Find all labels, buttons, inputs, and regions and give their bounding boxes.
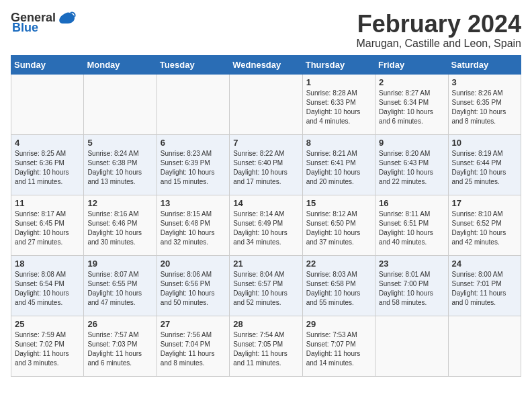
day-info: Sunrise: 8:28 AM Sunset: 6:33 PM Dayligh… xyxy=(306,89,371,126)
calendar-cell: 25Sunrise: 7:59 AM Sunset: 7:02 PM Dayli… xyxy=(11,316,84,376)
logo-bird-icon xyxy=(57,11,76,25)
day-number: 11 xyxy=(15,198,80,208)
day-number: 19 xyxy=(87,259,152,269)
calendar-header-row: SundayMondayTuesdayWednesdayThursdayFrid… xyxy=(11,55,521,74)
calendar-cell: 6Sunrise: 8:23 AM Sunset: 6:39 PM Daylig… xyxy=(157,134,229,195)
calendar-cell: 8Sunrise: 8:21 AM Sunset: 6:41 PM Daylig… xyxy=(302,134,375,195)
calendar-week-row: 25Sunrise: 7:59 AM Sunset: 7:02 PM Dayli… xyxy=(11,316,521,376)
day-info: Sunrise: 8:19 AM Sunset: 6:44 PM Dayligh… xyxy=(452,149,517,187)
day-info: Sunrise: 8:07 AM Sunset: 6:55 PM Dayligh… xyxy=(87,270,152,308)
day-number: 14 xyxy=(233,198,298,208)
column-header-saturday: Saturday xyxy=(448,55,521,74)
title-area: February 2024 Marugan, Castille and Leon… xyxy=(357,11,522,50)
calendar-cell: 1Sunrise: 8:28 AM Sunset: 6:33 PM Daylig… xyxy=(302,74,375,134)
day-number: 20 xyxy=(161,259,226,269)
calendar-cell: 16Sunrise: 8:11 AM Sunset: 6:51 PM Dayli… xyxy=(375,195,448,255)
day-number: 28 xyxy=(233,319,298,329)
day-info: Sunrise: 8:26 AM Sunset: 6:35 PM Dayligh… xyxy=(452,89,517,126)
day-info: Sunrise: 8:00 AM Sunset: 7:01 PM Dayligh… xyxy=(452,270,517,308)
calendar-cell: 22Sunrise: 8:03 AM Sunset: 6:58 PM Dayli… xyxy=(302,255,375,316)
day-number: 26 xyxy=(87,319,152,329)
day-info: Sunrise: 8:22 AM Sunset: 6:40 PM Dayligh… xyxy=(233,149,298,187)
day-number: 18 xyxy=(15,259,80,269)
day-number: 25 xyxy=(15,319,80,329)
month-title: February 2024 xyxy=(357,11,522,38)
calendar-cell xyxy=(157,74,229,134)
day-number: 29 xyxy=(306,319,371,329)
day-number: 7 xyxy=(233,138,298,148)
calendar-cell: 11Sunrise: 8:17 AM Sunset: 6:45 PM Dayli… xyxy=(11,195,84,255)
day-number: 2 xyxy=(379,77,444,87)
calendar-cell: 2Sunrise: 8:27 AM Sunset: 6:34 PM Daylig… xyxy=(375,74,448,134)
day-info: Sunrise: 8:11 AM Sunset: 6:51 PM Dayligh… xyxy=(379,210,444,247)
calendar-cell: 10Sunrise: 8:19 AM Sunset: 6:44 PM Dayli… xyxy=(448,134,521,195)
day-info: Sunrise: 8:10 AM Sunset: 6:52 PM Dayligh… xyxy=(452,210,517,247)
day-info: Sunrise: 8:17 AM Sunset: 6:45 PM Dayligh… xyxy=(15,210,80,247)
calendar-cell: 17Sunrise: 8:10 AM Sunset: 6:52 PM Dayli… xyxy=(448,195,521,255)
column-header-thursday: Thursday xyxy=(302,55,375,74)
column-header-sunday: Sunday xyxy=(11,55,84,74)
column-header-monday: Monday xyxy=(84,55,157,74)
day-number: 13 xyxy=(161,198,226,208)
day-info: Sunrise: 7:57 AM Sunset: 7:03 PM Dayligh… xyxy=(87,330,152,368)
calendar-cell: 29Sunrise: 7:53 AM Sunset: 7:07 PM Dayli… xyxy=(302,316,375,376)
calendar-cell: 14Sunrise: 8:14 AM Sunset: 6:49 PM Dayli… xyxy=(230,195,302,255)
day-info: Sunrise: 8:08 AM Sunset: 6:54 PM Dayligh… xyxy=(15,270,80,308)
day-info: Sunrise: 8:15 AM Sunset: 6:48 PM Dayligh… xyxy=(161,210,226,247)
day-number: 5 xyxy=(87,138,152,148)
day-info: Sunrise: 8:20 AM Sunset: 6:43 PM Dayligh… xyxy=(379,149,444,187)
day-number: 9 xyxy=(379,138,444,148)
calendar-week-row: 1Sunrise: 8:28 AM Sunset: 6:33 PM Daylig… xyxy=(11,74,521,134)
day-info: Sunrise: 8:01 AM Sunset: 7:00 PM Dayligh… xyxy=(379,270,444,308)
calendar-week-row: 4Sunrise: 8:25 AM Sunset: 6:36 PM Daylig… xyxy=(11,134,521,195)
day-info: Sunrise: 8:27 AM Sunset: 6:34 PM Dayligh… xyxy=(379,89,444,126)
calendar-cell: 12Sunrise: 8:16 AM Sunset: 6:46 PM Dayli… xyxy=(84,195,157,255)
location-title: Marugan, Castille and Leon, Spain xyxy=(357,38,522,50)
calendar-cell: 26Sunrise: 7:57 AM Sunset: 7:03 PM Dayli… xyxy=(84,316,157,376)
day-number: 6 xyxy=(161,138,226,148)
day-info: Sunrise: 8:24 AM Sunset: 6:38 PM Dayligh… xyxy=(87,149,152,187)
calendar-cell: 3Sunrise: 8:26 AM Sunset: 6:35 PM Daylig… xyxy=(448,74,521,134)
calendar-cell: 15Sunrise: 8:12 AM Sunset: 6:50 PM Dayli… xyxy=(302,195,375,255)
day-info: Sunrise: 8:25 AM Sunset: 6:36 PM Dayligh… xyxy=(15,149,80,187)
calendar-cell: 9Sunrise: 8:20 AM Sunset: 6:43 PM Daylig… xyxy=(375,134,448,195)
day-number: 1 xyxy=(306,77,371,87)
column-header-wednesday: Wednesday xyxy=(230,55,302,74)
calendar-week-row: 11Sunrise: 8:17 AM Sunset: 6:45 PM Dayli… xyxy=(11,195,521,255)
day-number: 23 xyxy=(379,259,444,269)
day-info: Sunrise: 7:56 AM Sunset: 7:04 PM Dayligh… xyxy=(161,330,226,368)
calendar-cell: 19Sunrise: 8:07 AM Sunset: 6:55 PM Dayli… xyxy=(84,255,157,316)
calendar-cell: 4Sunrise: 8:25 AM Sunset: 6:36 PM Daylig… xyxy=(11,134,84,195)
calendar-table: SundayMondayTuesdayWednesdayThursdayFrid… xyxy=(11,55,521,377)
day-number: 3 xyxy=(452,77,517,87)
day-number: 16 xyxy=(379,198,444,208)
day-info: Sunrise: 8:16 AM Sunset: 6:46 PM Dayligh… xyxy=(87,210,152,247)
day-info: Sunrise: 7:53 AM Sunset: 7:07 PM Dayligh… xyxy=(306,330,371,368)
day-info: Sunrise: 8:03 AM Sunset: 6:58 PM Dayligh… xyxy=(306,270,371,308)
day-number: 4 xyxy=(15,138,80,148)
calendar-cell: 21Sunrise: 8:04 AM Sunset: 6:57 PM Dayli… xyxy=(230,255,302,316)
logo: General Blue xyxy=(11,11,76,35)
day-number: 24 xyxy=(452,259,517,269)
logo-blue-text: Blue xyxy=(12,21,38,35)
day-number: 12 xyxy=(87,198,152,208)
calendar-cell xyxy=(375,316,448,376)
day-number: 22 xyxy=(306,259,371,269)
calendar-cell: 18Sunrise: 8:08 AM Sunset: 6:54 PM Dayli… xyxy=(11,255,84,316)
day-info: Sunrise: 7:54 AM Sunset: 7:05 PM Dayligh… xyxy=(233,330,298,368)
calendar-cell: 27Sunrise: 7:56 AM Sunset: 7:04 PM Dayli… xyxy=(157,316,229,376)
day-info: Sunrise: 8:12 AM Sunset: 6:50 PM Dayligh… xyxy=(306,210,371,247)
calendar-cell xyxy=(11,74,84,134)
calendar-cell: 28Sunrise: 7:54 AM Sunset: 7:05 PM Dayli… xyxy=(230,316,302,376)
day-info: Sunrise: 7:59 AM Sunset: 7:02 PM Dayligh… xyxy=(15,330,80,368)
calendar-cell: 20Sunrise: 8:06 AM Sunset: 6:56 PM Dayli… xyxy=(157,255,229,316)
day-info: Sunrise: 8:04 AM Sunset: 6:57 PM Dayligh… xyxy=(233,270,298,308)
day-number: 27 xyxy=(161,319,226,329)
day-number: 10 xyxy=(452,138,517,148)
header: General Blue February 2024 Marugan, Cast… xyxy=(11,11,521,50)
calendar-cell: 7Sunrise: 8:22 AM Sunset: 6:40 PM Daylig… xyxy=(230,134,302,195)
calendar-cell: 24Sunrise: 8:00 AM Sunset: 7:01 PM Dayli… xyxy=(448,255,521,316)
calendar-week-row: 18Sunrise: 8:08 AM Sunset: 6:54 PM Dayli… xyxy=(11,255,521,316)
day-info: Sunrise: 8:23 AM Sunset: 6:39 PM Dayligh… xyxy=(161,149,226,187)
day-info: Sunrise: 8:06 AM Sunset: 6:56 PM Dayligh… xyxy=(161,270,226,308)
